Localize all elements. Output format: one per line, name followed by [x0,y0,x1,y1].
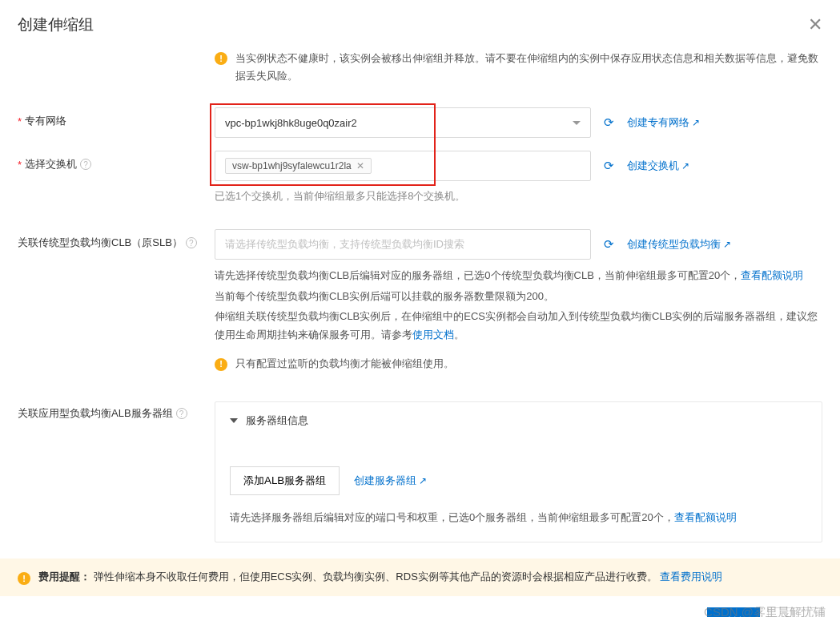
help-icon[interactable]: ? [186,237,197,248]
confirm-button[interactable]: 确认 [707,607,760,617]
tag-remove-icon[interactable]: ✕ [356,160,364,171]
create-vpc-link[interactable]: 创建专有网络↗ [627,115,700,130]
quota-link[interactable]: 查看配额说明 [741,266,803,284]
vpc-select[interactable]: vpc-bp1wkj8hk8uge0q0zair2 [215,107,591,138]
clb-label: 关联传统型负载均衡CLB（原SLB） [18,236,183,250]
create-vswitch-link[interactable]: 创建交换机↗ [627,159,689,173]
help-icon[interactable]: ? [80,159,91,170]
close-icon[interactable]: ✕ [808,16,822,34]
add-alb-group-button[interactable]: 添加ALB服务器组 [230,466,340,495]
refresh-icon[interactable]: ⟳ [604,237,614,252]
vswitch-select[interactable]: vsw-bp1whj9syfalewcu1r2la ✕ [215,151,591,181]
dialog-title: 创建伸缩组 [18,14,94,35]
create-clb-link[interactable]: 创建传统型负载均衡↗ [627,237,731,252]
external-link-icon: ↗ [723,239,731,250]
fee-banner: ! 费用提醒： 弹性伸缩本身不收取任何费用，但使用ECS实例、负载均衡实例、RD… [0,559,840,596]
refresh-icon[interactable]: ⟳ [604,115,614,130]
quota-link[interactable]: 查看配额说明 [674,508,737,526]
clb-select[interactable]: 请选择传统型负载均衡，支持传统型负载均衡ID搜索 [215,229,591,260]
warning-icon: ! [215,358,227,371]
fee-text: 弹性伸缩本身不收取任何费用，但使用ECS实例、负载均衡实例、RDS实例等其他产品… [94,571,657,583]
vswitch-label: 选择交换机 [25,157,77,171]
create-server-group-link[interactable]: 创建服务器组↗ [354,474,427,488]
clb-desc-1: 请先选择传统型负载均衡CLB后编辑对应的服务器组，已选0个传统型负载均衡CLB，… [215,266,822,284]
clb-desc-2: 当前每个传统型负载均衡CLB实例后端可以挂载的服务器数量限额为200。 [215,287,822,305]
alb-desc: 请先选择服务器组后编辑对应的端口号和权重，已选0个服务器组，当前伸缩组最多可配置… [230,508,807,526]
warning-icon: ! [215,52,227,65]
health-warning-text: 当实例状态不健康时，该实例会被移出伸缩组并释放。请不要在伸缩组内的实例中保存应用… [235,50,822,85]
refresh-icon[interactable]: ⟳ [604,159,614,173]
alb-panel-title: 服务器组信息 [246,413,308,428]
cancel-button[interactable]: 取消 [768,607,822,617]
required-mark: * [18,115,22,127]
external-link-icon: ↗ [692,117,700,128]
clb-warn-text: 只有配置过监听的负载均衡才能被伸缩组使用。 [235,354,454,373]
vswitch-hint: 已选1个交换机，当前伸缩组最多只能选择8个交换机。 [215,188,822,205]
external-link-icon: ↗ [419,475,427,486]
doc-link[interactable]: 使用文档 [412,325,454,344]
warning-icon: ! [18,572,30,585]
chevron-down-icon [230,418,238,423]
fee-label: 费用提醒： [38,571,90,583]
clb-placeholder: 请选择传统型负载均衡，支持传统型负载均衡ID搜索 [225,237,464,252]
fee-link[interactable]: 查看费用说明 [660,570,722,584]
vpc-label: 专有网络 [25,114,66,128]
vpc-select-value: vpc-bp1wkj8hk8uge0q0zair2 [225,117,357,129]
alb-panel-header[interactable]: 服务器组信息 [215,402,822,439]
alb-label: 关联应用型负载均衡ALB服务器组 [18,406,173,421]
alb-panel: 服务器组信息 添加ALB服务器组 创建服务器组↗ 请先选择服务器组后编辑对应的端… [215,401,822,542]
vswitch-tag: vsw-bp1whj9syfalewcu1r2la ✕ [225,158,372,174]
clb-desc-3: 伸缩组关联传统型负载均衡CLB实例后，在伸缩组中的ECS实例都会自动加入到传统型… [215,307,822,345]
required-mark: * [18,159,22,171]
external-link-icon: ↗ [681,160,689,171]
help-icon[interactable]: ? [176,408,187,419]
